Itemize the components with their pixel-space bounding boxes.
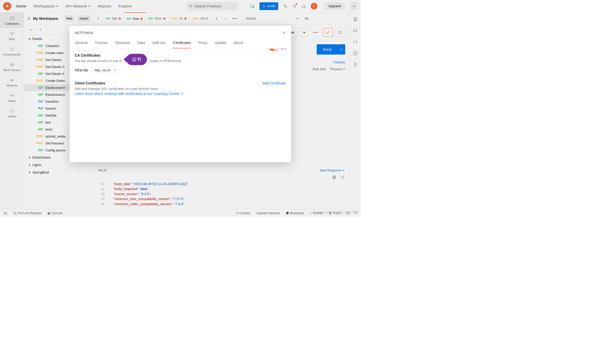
workspace-title: My Workspace xyxy=(33,16,62,21)
response-body: 10 "build_date": "2022-08-26T12:11:43.23… xyxy=(94,181,349,207)
request-more-button[interactable]: ••• xyxy=(311,30,321,34)
tabs-scroll-right[interactable] xyxy=(212,12,221,24)
nav-monitors[interactable]: Monitors xyxy=(0,74,24,90)
request-name: Elasticsearch xyxy=(45,93,65,97)
nav-api-network[interactable]: API Network xyxy=(65,4,90,8)
find-replace-button[interactable]: 🔍 Find and Replace xyxy=(13,211,42,215)
request-name: Search xyxy=(45,107,56,110)
upgrade-dropdown[interactable] xyxy=(350,2,358,10)
settings-modal: SETTINGS GeneralThemesShortcutsDataAdd-o… xyxy=(70,26,291,162)
filter-button[interactable] xyxy=(36,26,45,34)
add-certificate-link[interactable]: Add Certificate xyxy=(262,81,286,85)
request-name: SaveDoc xyxy=(45,100,59,103)
request-tab[interactable]: GEThttp xyxy=(103,12,124,24)
new-button[interactable]: New xyxy=(64,15,75,22)
nav-reports[interactable]: Reports xyxy=(98,4,112,8)
console-button[interactable]: ▣ Console xyxy=(47,211,62,215)
request-tab[interactable]: POSTUn xyxy=(169,12,190,24)
invite-button[interactable]: Invite xyxy=(259,2,278,10)
settings-tab-about[interactable]: About xyxy=(233,38,243,48)
svg-point-9 xyxy=(11,32,11,33)
pem-file-name: http_ca.crt xyxy=(95,68,110,72)
settings-tab-certificates[interactable]: Certificates xyxy=(173,38,191,48)
settings-tab-update[interactable]: Update xyxy=(215,38,226,48)
environment-dropdown[interactable]: Elastic xyxy=(243,12,302,24)
bulb-icon[interactable] xyxy=(353,62,358,67)
add-collection-button[interactable]: + xyxy=(26,26,35,34)
method-label: GET xyxy=(35,86,43,89)
copy-response-icon[interactable] xyxy=(332,175,336,179)
settings-tab-data[interactable]: Data xyxy=(138,38,145,48)
footer-cookies[interactable]: ⊙ Cookies xyxy=(236,211,250,215)
nav-home[interactable]: Home xyxy=(16,4,26,8)
save-dropdown[interactable] xyxy=(300,28,308,37)
nav-explore[interactable]: Explore xyxy=(119,4,132,8)
tabs-bar: GEThttpGETElasGETElastPOSTUnPOSTGet E + … xyxy=(94,12,349,25)
notifications-icon[interactable] xyxy=(301,4,306,8)
method-label: PUT xyxy=(35,107,43,110)
nav-collections[interactable]: Collections xyxy=(0,12,24,28)
pem-file-remove[interactable]: × xyxy=(114,68,116,72)
save-response-dropdown[interactable]: Save Response xyxy=(319,169,345,172)
docs-icon[interactable] xyxy=(353,17,358,22)
postman-logo[interactable] xyxy=(3,2,11,10)
send-button[interactable]: Send xyxy=(317,44,338,55)
code-icon[interactable] xyxy=(353,40,358,44)
settings-tab-add-ons[interactable]: Add-ons xyxy=(152,38,166,48)
edit-name-button[interactable] xyxy=(323,28,333,37)
request-name: Get Elastic h xyxy=(45,72,64,76)
method-label: PUT xyxy=(35,100,43,103)
response-size: 641 B xyxy=(98,169,106,172)
environment-quicklook[interactable] xyxy=(302,12,311,24)
method-label: GET xyxy=(35,114,43,117)
user-avatar[interactable] xyxy=(311,3,317,10)
request-tab[interactable]: GETElast xyxy=(146,12,169,24)
method-label: POST xyxy=(35,142,43,145)
presets-dropdown[interactable]: Presets xyxy=(330,67,345,71)
nav-apis[interactable]: APIs xyxy=(0,28,24,43)
search-response-icon[interactable] xyxy=(341,175,345,179)
bulk-edit-link[interactable]: Bulk Edit xyxy=(313,67,326,71)
settings-tab-general[interactable]: General xyxy=(75,38,88,48)
request-tab[interactable]: POSTGet E xyxy=(190,12,212,24)
nav-environments[interactable]: Environments xyxy=(0,43,24,59)
folder-item[interactable]: SpringBoot xyxy=(24,169,94,176)
footer-bootcamp[interactable]: 🎓 Bootcamp xyxy=(285,211,304,215)
modal-close-button[interactable] xyxy=(281,30,286,35)
import-button[interactable]: Import xyxy=(77,15,91,22)
nav-mock-servers[interactable]: Mock Servers xyxy=(0,59,24,74)
ca-toggle[interactable] xyxy=(269,49,279,51)
info-icon[interactable] xyxy=(353,51,358,56)
comments-button[interactable] xyxy=(335,28,345,37)
settings-icon[interactable] xyxy=(292,4,297,8)
cookies-link[interactable]: Cookies xyxy=(333,60,345,64)
method-label: GET xyxy=(35,149,43,152)
learn-more-link[interactable]: Learn more about working with certificat… xyxy=(75,92,286,96)
settings-tab-themes[interactable]: Themes xyxy=(95,38,108,48)
settings-tab-proxy[interactable]: Proxy xyxy=(198,38,207,48)
code-line: 11 "build_snapshot": false, xyxy=(98,186,345,192)
new-tab-button[interactable]: + xyxy=(221,12,230,24)
folder-item[interactable]: Lights xyxy=(24,161,94,169)
upgrade-button[interactable]: Upgrade xyxy=(325,2,345,10)
request-tab[interactable]: GETElas xyxy=(124,12,146,24)
nav-workspaces[interactable]: Workspaces xyxy=(33,4,58,8)
comments-rail-icon[interactable] xyxy=(353,28,358,33)
tabs-scroll-left[interactable] xyxy=(94,12,103,24)
client-certificates-desc: Add and manage SSL certificates on a per… xyxy=(75,87,286,91)
method-label: POST xyxy=(35,51,43,54)
footer-capture[interactable]: Capture requests xyxy=(256,211,280,215)
nav-flows[interactable]: Flows xyxy=(0,90,24,105)
method-label: GET xyxy=(35,93,43,96)
nav-history[interactable]: History xyxy=(0,105,24,120)
send-dropdown[interactable] xyxy=(338,44,345,55)
method-label: POST xyxy=(35,58,43,61)
tabs-more-button[interactable]: ••• xyxy=(230,12,240,24)
code-line: 12 "lucene_version": "9.3.0", xyxy=(98,192,345,197)
settings-tab-shortcuts[interactable]: Shortcuts xyxy=(115,38,130,48)
sync-icon[interactable] xyxy=(250,4,255,8)
satellite-icon[interactable] xyxy=(283,4,288,8)
code-line: 14 "minimum_index_compatibility_version"… xyxy=(98,202,345,207)
panel-toggle-icon[interactable] xyxy=(4,211,7,215)
global-search[interactable]: Search Postman xyxy=(186,2,238,10)
